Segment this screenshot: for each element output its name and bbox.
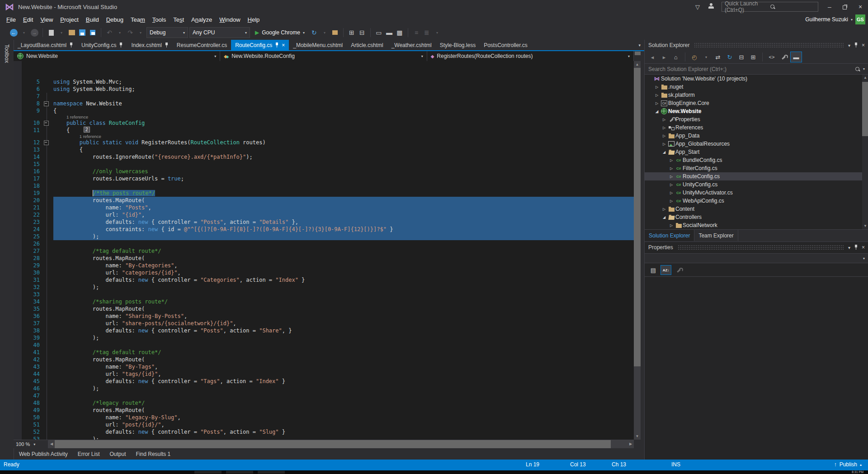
pin-icon[interactable]: [69, 43, 73, 47]
tool-tab-solution-explorer[interactable]: Solution Explorer: [645, 230, 694, 241]
expand-icon[interactable]: ▷: [668, 223, 675, 228]
comment-icon[interactable]: ▭: [374, 28, 383, 38]
collapse-all-icon[interactable]: ⊟: [736, 52, 746, 62]
tree-item-controllers[interactable]: ◢Controllers: [645, 213, 868, 221]
expand-icon[interactable]: ▷: [661, 142, 667, 146]
uncomment-icon[interactable]: ▬: [385, 28, 394, 38]
panel-tab-error-list[interactable]: Error List: [73, 450, 104, 459]
solution-explorer-search-input[interactable]: Search Solution Explorer (Ctrl+;) ▾: [645, 64, 868, 75]
menu-item-tools[interactable]: Tools: [149, 15, 170, 24]
avatar[interactable]: GS: [855, 14, 865, 24]
pin-icon[interactable]: [165, 43, 169, 47]
tree-vertical-scrollbar[interactable]: ▲ ▼: [862, 75, 868, 229]
tab-routeconfig-cs[interactable]: RouteConfig.cs×: [231, 40, 289, 50]
navigate-to-icon[interactable]: ⊟: [358, 28, 367, 38]
tree-item-socialnetwork[interactable]: ▷SocialNetwork: [645, 221, 868, 229]
tool-tab-team-explorer[interactable]: Team Explorer: [694, 230, 738, 241]
tab-unityconfig-cs[interactable]: UnityConfig.cs: [77, 40, 127, 50]
notifications-person-icon[interactable]: [704, 3, 718, 10]
start-debugging-button[interactable]: ▶ Google Chrome ▾: [251, 29, 308, 36]
code-line-6[interactable]: 6using System.Web.Routing;: [14, 85, 634, 93]
chevron-down-icon[interactable]: ▾: [421, 54, 423, 58]
new-dropdown-icon[interactable]: ▾: [57, 28, 66, 38]
expand-icon[interactable]: ▷: [661, 207, 667, 211]
refresh-icon[interactable]: ↻: [310, 28, 319, 38]
bookmark-icon[interactable]: ▩: [395, 28, 404, 38]
scrollbar-thumb[interactable]: [55, 440, 611, 448]
code-line-35[interactable]: 35 routes.MapRoute(: [14, 305, 634, 313]
breadcrumb-new-website[interactable]: New.Website▾: [14, 51, 220, 61]
panel-tab-find-results-1[interactable]: Find Results 1: [132, 450, 175, 459]
code-line-22[interactable]: 22 url: "{id}",: [14, 211, 634, 218]
alphabetical-sort-icon[interactable]: AZ↓: [660, 265, 671, 275]
tree-item-properties[interactable]: ▷Properties: [645, 115, 868, 123]
code-line-13[interactable]: 13 {: [14, 146, 634, 153]
fold-toggle-icon[interactable]: [44, 140, 49, 145]
collapse-icon[interactable]: ◢: [661, 215, 667, 219]
code-line-19[interactable]: 19 /*the posts route*/: [14, 190, 634, 197]
tree-item-references[interactable]: ▷References: [645, 123, 868, 132]
menu-item-test[interactable]: Test: [170, 15, 188, 24]
pin-icon[interactable]: [275, 43, 279, 47]
undo-icon[interactable]: ↶: [105, 28, 114, 38]
code-line-14[interactable]: 14 routes.IgnoreRoute("{resource}.axd/{*…: [14, 153, 634, 161]
expand-icon[interactable]: ▷: [668, 199, 675, 203]
code-line-30[interactable]: 30 url: "categories/{id}",: [14, 269, 634, 276]
search-options-icon[interactable]: ▾: [863, 67, 865, 71]
tab-overflow-icon[interactable]: ▾: [638, 43, 644, 47]
code-line-28[interactable]: 28 routes.MapRoute(: [14, 255, 634, 262]
property-pages-icon[interactable]: [674, 265, 684, 275]
code-line-41[interactable]: 41 /*tag default route*/: [14, 349, 634, 356]
expand-icon[interactable]: ▷: [661, 118, 667, 122]
categorized-icon[interactable]: ▤: [648, 265, 658, 275]
code-line-36[interactable]: 36 name: "Sharing-By-Posts",: [14, 313, 634, 320]
close-icon[interactable]: ×: [862, 42, 865, 48]
editor-split-handle[interactable]: [635, 52, 641, 55]
editor-zoom-select[interactable]: 100 %▾: [14, 441, 48, 448]
redo-icon[interactable]: ↷: [126, 28, 135, 38]
navigate-forward-icon[interactable]: →: [30, 28, 39, 38]
code-line-23[interactable]: 23 defaults: new { controller = "Posts",…: [14, 218, 634, 226]
tree-item-nuget[interactable]: ▷.nuget: [645, 83, 868, 91]
pin-icon[interactable]: [119, 43, 123, 47]
scroll-left-icon[interactable]: ◀: [48, 440, 55, 448]
publish-button[interactable]: ↑ Publish ▴: [834, 461, 862, 468]
tab-index-cshtml[interactable]: Index.cshtml: [127, 40, 172, 50]
expand-icon[interactable]: ▷: [668, 175, 675, 179]
code-line-24[interactable]: 24 constraints: new { id = @"^[{(]?[0-9A…: [14, 226, 634, 233]
minimize-button[interactable]: –: [822, 0, 837, 13]
code-line-17[interactable]: 17 routes.LowercaseUrls = true;: [14, 175, 634, 182]
navigate-back-dropdown-icon[interactable]: ▾: [19, 28, 28, 38]
chevron-down-icon[interactable]: ▾: [214, 54, 216, 58]
attach-to-process-icon[interactable]: [330, 28, 340, 38]
code-line-8[interactable]: 8namespace New.Website: [14, 100, 634, 107]
properties-icon[interactable]: [778, 52, 788, 62]
toolbar-options-icon[interactable]: ▾: [433, 28, 442, 38]
tree-item-webapiconfig-cs[interactable]: ▷C#WebApiConfig.cs: [645, 197, 868, 205]
code-line-12[interactable]: 12 public static void RegisterRoutes(Rou…: [14, 139, 634, 146]
undo-dropdown-icon[interactable]: ▾: [115, 28, 124, 38]
expand-icon[interactable]: ▷: [668, 191, 675, 195]
code-line-40[interactable]: 40: [14, 341, 634, 349]
code-line-20[interactable]: 20 routes.MapRoute(: [14, 197, 634, 204]
expand-icon[interactable]: ▷: [661, 134, 667, 138]
code-line-25[interactable]: 25 );: [14, 233, 634, 240]
code-line-46[interactable]: 46 );: [14, 385, 634, 392]
properties-object-select[interactable]: ▾: [645, 253, 868, 263]
save-icon[interactable]: [78, 28, 87, 38]
code-line-37[interactable]: 37 url: "share-posts/{socialnetwork}/{id…: [14, 320, 634, 327]
code-editor[interactable]: 5using System.Web.Mvc;6using System.Web.…: [14, 61, 634, 440]
code-line-26[interactable]: 26: [14, 240, 634, 247]
code-line-45[interactable]: 45 defaults: new { controller = "Tags", …: [14, 378, 634, 385]
toolbox-panel-tab[interactable]: Toolbox: [0, 40, 14, 460]
window-position-icon[interactable]: ▾: [848, 245, 850, 250]
find-in-files-icon[interactable]: ⊞: [347, 28, 356, 38]
codelens-references[interactable]: 1 reference: [14, 114, 634, 119]
expand-icon[interactable]: ▷: [668, 158, 675, 162]
fold-toggle-icon[interactable]: [44, 101, 49, 106]
scroll-up-icon[interactable]: ▲: [862, 75, 868, 81]
close-icon[interactable]: ×: [282, 42, 285, 48]
menu-item-edit[interactable]: Edit: [19, 15, 37, 24]
fold-toggle-icon[interactable]: [44, 121, 49, 126]
menu-item-project[interactable]: Project: [57, 15, 82, 24]
